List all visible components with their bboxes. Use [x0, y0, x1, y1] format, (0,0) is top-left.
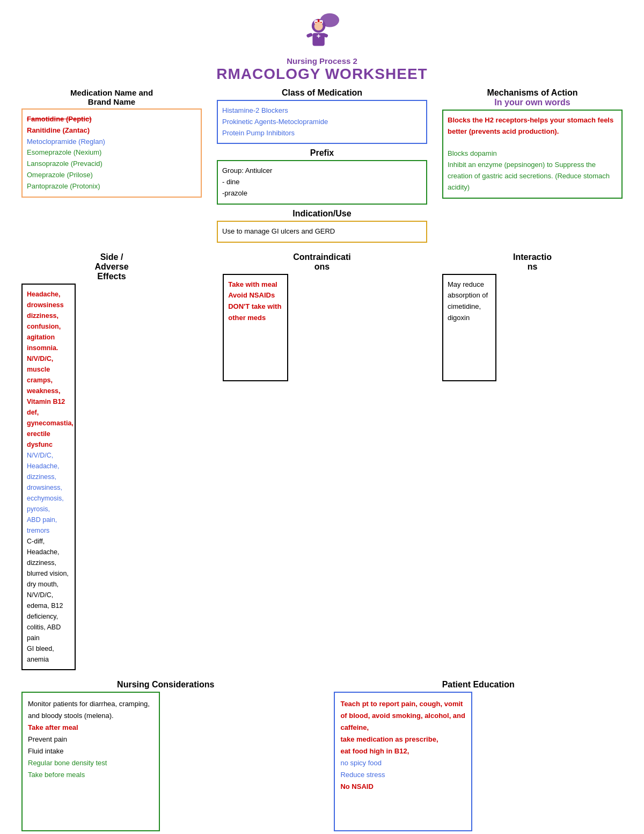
mid-section: Side /AdverseEffects Headache, drowsines… — [21, 252, 623, 670]
se-black-2: N/V/D/C, edema, B12 deficiency, colitis,… — [27, 591, 63, 642]
prefix-title: Prefix — [217, 148, 427, 158]
indication-text: Use to manage GI ulcers and GERD — [222, 227, 335, 235]
nc-take-after-meal: Take after meal — [28, 723, 78, 731]
contraindications-section: Contraindications Take with meal Avoid N… — [223, 252, 421, 670]
medication-name-box: Famotidine (Peptic) Ranitidine (Zantac) … — [21, 108, 202, 198]
moa-title: Mechanisms of Action In your own words — [442, 88, 623, 107]
interactions-box: May reduce absorption of cimetidine, dig… — [442, 274, 496, 381]
pe-report-pain: Teach pt to report pain, cough, vomit of… — [340, 700, 465, 731]
moa-enzyme: Inhibit an enzyme (pepsinogen) to Suppre… — [448, 161, 610, 191]
patient-education-section: Patient Education Teach pt to report pai… — [334, 680, 623, 831]
nursing-box: Monitor patients for diarrhea, cramping,… — [21, 692, 160, 831]
contraind-box: Take with meal Avoid NSAIDs DON'T take w… — [223, 274, 288, 381]
nc-bone-density: Regular bone density test — [28, 759, 107, 767]
nursing-title: Nursing Considerations — [21, 680, 310, 690]
pe-b12: eat food high in B12, — [340, 747, 409, 755]
side-effects-box: Headache, drowsiness dizziness, confusio… — [21, 284, 76, 670]
ci-nsaids: Avoid NSAIDs — [228, 291, 275, 299]
ci-other-meds: DON'T take with other meds — [228, 302, 281, 322]
moa-box: Blocks the H2 receptors-helps your stoma… — [442, 110, 623, 199]
prefix-prazole: -prazole — [222, 189, 247, 197]
drug-ranitidine: Ranitidine (Zantac) — [27, 126, 90, 134]
drug-pantoprazole: Pantoprazole (Protonix) — [27, 182, 100, 190]
subtitle: Nursing Process 2 — [21, 56, 623, 66]
drug-metoclopramide: Metoclopramide (Reglan) — [27, 137, 105, 146]
pe-medication: take medication as prescribe, — [340, 735, 438, 743]
patient-edu-title: Patient Education — [334, 680, 623, 690]
indication-title: Indication/Use — [217, 209, 427, 219]
class-ppi: Protein Pump Inhibitors — [222, 129, 295, 137]
se-blue-1: N/V/D/C, Headache, dizziness, drowsiness… — [27, 452, 64, 513]
class-section: Class of Medication Histamine-2 Blockers… — [217, 88, 427, 243]
nurse-icon — [301, 11, 343, 54]
pe-reduce-stress: Reduce stress — [340, 771, 385, 779]
top-section: Medication Name andBrand Name Famotidine… — [21, 88, 623, 243]
moa-section: Mechanisms of Action In your own words B… — [442, 88, 623, 243]
drug-omeprazole: Omeprazole (Prilose) — [27, 171, 93, 179]
medication-name-title: Medication Name andBrand Name — [21, 88, 202, 106]
class-title: Class of Medication — [217, 88, 427, 98]
ci-meal: Take with meal — [228, 280, 277, 288]
header: Nursing Process 2 RMACOLOGY WORKSHEET — [21, 11, 623, 83]
prefix-group: Group: Antiulcer — [222, 166, 272, 175]
interactions-text: May reduce absorption of cimetidine, dig… — [448, 280, 488, 322]
class-box: Histamine-2 Blockers Prokinetic Agents-M… — [217, 100, 427, 144]
class-prokinetic: Prokinetic Agents-Metoclopramide — [222, 118, 328, 126]
class-h2: Histamine-2 Blockers — [222, 106, 288, 114]
side-effects-title: Side /AdverseEffects — [21, 252, 202, 281]
interactions-title: Interactions — [442, 252, 623, 272]
se-blue-2: ABD pain, tremors — [27, 516, 57, 534]
drug-famotidine: Famotidine (Peptic) — [27, 115, 92, 123]
nc-prevent-pain: Prevent pain — [28, 735, 67, 743]
contraindications-title: Contraindications — [223, 252, 421, 272]
pe-no-spicy: no spicy food — [340, 759, 382, 767]
svg-rect-11 — [318, 34, 319, 38]
medication-name-section: Medication Name andBrand Name Famotidine… — [21, 88, 202, 243]
indication-box: Use to manage GI ulcers and GERD — [217, 221, 427, 243]
se-red-2: N/V/D/C, muscle cramps, weakness, Vitami… — [27, 355, 74, 448]
nc-monitor: Monitor patients for diarrhea, cramping,… — [28, 700, 150, 720]
se-black-1: C-diff, Headache, dizziness, blurred vis… — [27, 538, 69, 588]
drug-lansoprazole: Lansoprazole (Prevacid) — [27, 159, 103, 168]
se-red-1: Headache, drowsiness dizziness, confusio… — [27, 291, 64, 352]
pe-no-nsaid: No NSAID — [340, 782, 373, 791]
se-black-3: GI bleed, anemia — [27, 645, 54, 663]
svg-rect-8 — [306, 33, 313, 38]
nc-before-meals: Take before meals — [28, 771, 85, 779]
bottom-section: Nursing Considerations Monitor patients … — [21, 680, 623, 831]
moa-h2-receptors: Blocks the H2 receptors-helps your stoma… — [448, 116, 613, 135]
nursing-section: Nursing Considerations Monitor patients … — [21, 680, 310, 831]
side-effects-section: Side /AdverseEffects Headache, drowsines… — [21, 252, 202, 670]
moa-dopamine: Blocks dopamin — [448, 149, 497, 157]
prefix-dine: - dine — [222, 178, 240, 186]
drug-esomeprazole: Esomeprazole (Nexium) — [27, 148, 101, 156]
nc-fluid: Fluid intake — [28, 747, 63, 755]
main-title: RMACOLOGY WORKSHEET — [21, 66, 623, 83]
prefix-box: Group: Antiulcer - dine -prazole — [217, 160, 427, 204]
svg-point-7 — [314, 22, 323, 31]
interactions-section: Interactions May reduce absorption of ci… — [442, 252, 623, 670]
patient-edu-box: Teach pt to report pain, cough, vomit of… — [334, 692, 472, 831]
